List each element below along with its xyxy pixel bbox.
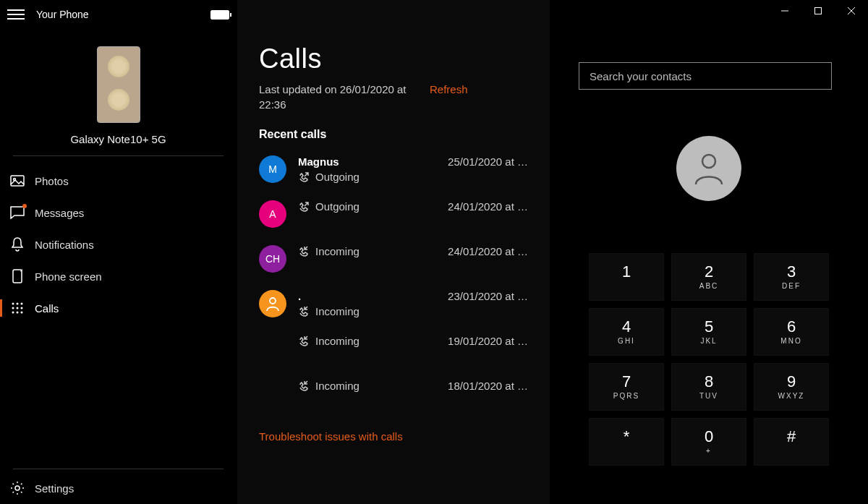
search-input[interactable] — [590, 70, 821, 82]
app-title: Your Phone — [36, 9, 89, 20]
message-icon — [10, 205, 25, 220]
dialpad-key-2[interactable]: 2ABC — [671, 253, 746, 301]
maximize-button[interactable] — [801, 0, 835, 22]
call-item[interactable]: MMagnusOutgoing25/01/2020 at … — [259, 147, 528, 192]
sidebar-nav: Photos Messages Notifications Phone — [0, 165, 237, 324]
photo-icon — [10, 174, 25, 188]
dialpad-key-7[interactable]: 7PQRS — [589, 363, 664, 411]
avatar: M — [259, 155, 286, 183]
dialpad-key-5[interactable]: 5JKL — [671, 308, 746, 356]
contact-avatar-placeholder — [676, 136, 741, 201]
sidebar-item-phone-screen[interactable]: Phone screen — [0, 260, 237, 292]
avatar — [259, 335, 286, 362]
phone-icon — [10, 269, 25, 283]
call-direction: Outgoing — [315, 200, 359, 213]
call-item[interactable]: CHIncoming24/01/2020 at … — [259, 236, 528, 281]
svg-point-6 — [12, 307, 14, 309]
hamburger-menu[interactable] — [7, 6, 25, 23]
dialpad-key-3[interactable]: 3DEF — [754, 253, 829, 301]
call-name: . — [298, 290, 442, 302]
sidebar-item-photos[interactable]: Photos — [0, 165, 237, 197]
dialpad-key-#[interactable]: # — [754, 418, 829, 466]
key-letters: JKL — [700, 337, 717, 345]
avatar — [259, 380, 286, 407]
call-date: 24/01/2020 at … — [448, 200, 528, 213]
dialpad-key-0[interactable]: 0+ — [671, 418, 746, 466]
sidebar-item-notifications[interactable]: Notifications — [0, 228, 237, 260]
sidebar-item-calls[interactable]: Calls — [0, 292, 237, 324]
call-direction: Incoming — [315, 380, 359, 392]
phone-name: Galaxy Note10+ 5G — [70, 133, 166, 145]
svg-point-10 — [17, 312, 19, 314]
badge-dot — [22, 204, 27, 208]
divider — [13, 469, 224, 469]
avatar — [259, 290, 286, 317]
sidebar-item-label: Messages — [35, 207, 84, 219]
calls-panel: Calls Last updated on 26/01/2020 at 22:3… — [237, 0, 550, 504]
call-item[interactable]: Incoming18/01/2020 at … — [259, 371, 528, 416]
dialpad-key-9[interactable]: 9WXYZ — [754, 363, 829, 411]
svg-rect-2 — [13, 270, 22, 283]
phone-thumbnail[interactable] — [97, 46, 140, 123]
avatar: A — [259, 200, 286, 228]
svg-point-3 — [12, 303, 14, 305]
key-letters: PQRS — [613, 392, 639, 400]
call-direction-icon — [298, 201, 310, 213]
call-list: MMagnusOutgoing25/01/2020 at …AOutgoing2… — [259, 147, 528, 416]
call-date: 24/01/2020 at … — [448, 245, 528, 257]
svg-point-12 — [15, 486, 20, 490]
call-date: 23/01/2020 at … — [448, 290, 528, 302]
call-direction: Incoming — [315, 305, 359, 317]
svg-point-11 — [21, 312, 23, 314]
key-number: 2 — [705, 264, 713, 280]
key-letters: TUV — [699, 392, 718, 400]
call-name: Magnus — [298, 155, 442, 168]
key-number: * — [624, 429, 630, 445]
dialpad-key-1[interactable]: 1 — [589, 253, 664, 301]
key-number: 5 — [705, 319, 713, 335]
dialpad-key-*[interactable]: * — [589, 418, 664, 466]
key-letters: ABC — [699, 282, 719, 290]
close-button[interactable] — [835, 0, 868, 22]
troubleshoot-link[interactable]: Troubleshoot issues with calls — [237, 424, 550, 448]
key-letters: WXYZ — [778, 392, 805, 400]
svg-point-18 — [702, 155, 715, 168]
search-contacts[interactable] — [579, 62, 832, 90]
refresh-link[interactable]: Refresh — [430, 83, 468, 95]
sidebar-item-label: Calls — [35, 302, 59, 315]
call-item[interactable]: .Incoming23/01/2020 at … — [259, 281, 528, 326]
sidebar: Your Phone Galaxy Note10+ 5G Photos Mess… — [0, 0, 237, 504]
key-letters: DEF — [782, 282, 801, 290]
call-item[interactable]: AOutgoing24/01/2020 at … — [259, 192, 528, 236]
call-date: 19/01/2020 at … — [448, 335, 528, 347]
svg-point-5 — [21, 303, 23, 305]
call-direction-icon — [298, 336, 310, 347]
key-number: 0 — [705, 429, 713, 445]
sidebar-item-label: Photos — [35, 175, 69, 187]
battery-icon — [210, 10, 229, 20]
svg-point-8 — [21, 307, 23, 309]
svg-point-7 — [17, 307, 19, 309]
dialpad-key-8[interactable]: 8TUV — [671, 363, 746, 411]
window-controls — [768, 0, 868, 22]
dialpad-key-6[interactable]: 6MNO — [754, 308, 829, 356]
gear-icon — [10, 481, 25, 495]
sidebar-item-settings[interactable]: Settings — [0, 472, 237, 504]
call-direction-icon — [298, 171, 310, 183]
key-number: 3 — [787, 264, 796, 280]
dialpad-key-4[interactable]: 4GHI — [589, 308, 664, 356]
minimize-button[interactable] — [768, 0, 801, 22]
key-letters: MNO — [780, 337, 801, 345]
call-item[interactable]: Incoming19/01/2020 at … — [259, 326, 528, 371]
bell-icon — [10, 237, 25, 252]
key-letters: + — [706, 447, 712, 455]
key-number: 8 — [705, 374, 713, 390]
avatar: CH — [259, 245, 286, 273]
sidebar-item-messages[interactable]: Messages — [0, 197, 237, 228]
sidebar-item-label: Phone screen — [35, 270, 102, 283]
call-direction: Outgoing — [315, 171, 359, 183]
call-direction-icon — [298, 306, 310, 317]
call-direction-icon — [298, 380, 310, 392]
svg-rect-15 — [815, 8, 822, 14]
call-direction: Incoming — [315, 335, 359, 347]
